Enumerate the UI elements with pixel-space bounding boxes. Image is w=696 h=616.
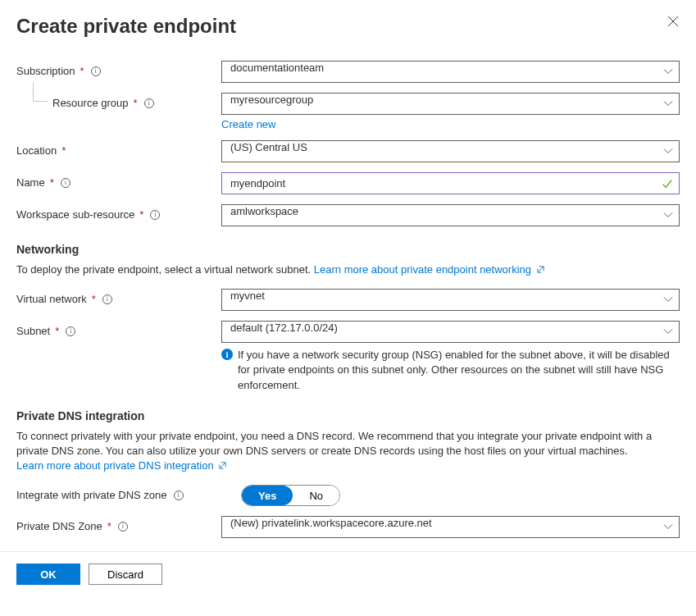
resource-group-select[interactable]: myresourcegroup [221, 93, 680, 115]
check-icon [662, 178, 673, 189]
create-new-link[interactable]: Create new [221, 118, 275, 130]
location-label: Location [16, 144, 57, 157]
required-marker: * [55, 325, 59, 337]
close-icon[interactable] [666, 15, 680, 28]
required-marker: * [139, 208, 143, 221]
info-icon[interactable]: i [144, 98, 154, 108]
location-select[interactable]: (US) Central US [221, 140, 680, 162]
integrate-dns-label: Integrate with private DNS zone [16, 489, 167, 501]
virtual-network-label: Virtual network [16, 293, 87, 305]
info-icon[interactable]: i [118, 522, 128, 532]
info-icon[interactable]: i [102, 294, 112, 304]
integrate-dns-toggle[interactable]: Yes No [241, 485, 340, 506]
subscription-label: Subscription [16, 65, 75, 77]
dns-zone-select[interactable]: (New) privatelink.workspacecore.azure.ne… [221, 516, 680, 538]
required-marker: * [80, 65, 84, 77]
toggle-yes[interactable]: Yes [242, 486, 293, 505]
ok-button[interactable]: OK [16, 564, 80, 585]
page-title: Create private endpoint [16, 15, 236, 38]
required-marker: * [107, 520, 111, 532]
name-input[interactable] [221, 172, 680, 194]
dns-learn-more-link[interactable]: Learn more about private DNS integration [16, 459, 227, 472]
discard-button[interactable]: Discard [89, 564, 162, 585]
svg-text:i: i [225, 349, 228, 359]
subnet-select[interactable]: default (172.17.0.0/24) [221, 321, 680, 343]
name-label: Name [16, 176, 45, 189]
required-marker: * [134, 97, 138, 109]
networking-learn-more-link[interactable]: Learn more about private endpoint networ… [314, 263, 545, 276]
subnet-label: Subnet [16, 325, 50, 337]
sub-resource-select[interactable]: amlworkspace [221, 204, 680, 226]
dns-heading: Private DNS integration [16, 409, 680, 422]
dns-desc: To connect privately with your private e… [16, 430, 652, 457]
required-marker: * [61, 144, 66, 157]
required-marker: * [50, 176, 54, 189]
nsg-info-text: If you have a network security group (NS… [238, 348, 680, 393]
subscription-select[interactable]: documentationteam [221, 61, 680, 83]
info-icon[interactable]: i [150, 210, 160, 220]
networking-desc: To deploy the private endpoint, select a… [16, 263, 314, 276]
info-icon[interactable]: i [174, 491, 184, 500]
dns-zone-label: Private DNS Zone [16, 520, 102, 532]
resource-group-label: Resource group [52, 97, 129, 109]
info-icon: i [221, 349, 233, 360]
external-link-icon [536, 265, 545, 274]
external-link-icon [218, 461, 227, 470]
info-icon[interactable]: i [66, 326, 75, 336]
sub-resource-label: Workspace sub-resource [16, 208, 134, 221]
virtual-network-select[interactable]: myvnet [221, 289, 680, 311]
toggle-no[interactable]: No [293, 486, 339, 505]
networking-heading: Networking [16, 243, 680, 256]
required-marker: * [92, 293, 96, 305]
info-icon[interactable]: i [91, 66, 101, 76]
info-icon[interactable]: i [61, 178, 71, 188]
